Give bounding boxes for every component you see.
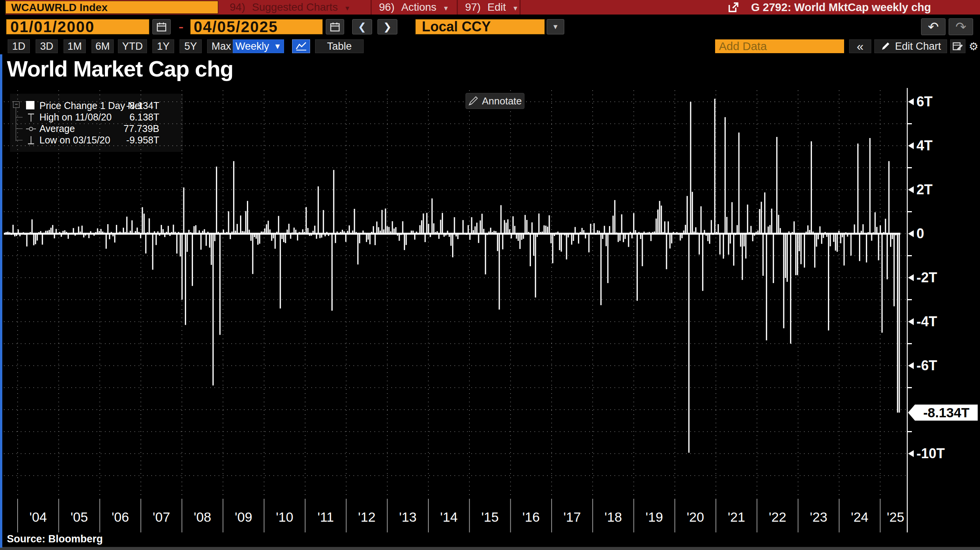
chevron-down-icon: ▾	[444, 4, 448, 12]
window-bottom-edge	[0, 547, 980, 550]
chevron-down-icon: ▾	[345, 4, 349, 12]
range-tab-3d[interactable]: 3D	[36, 39, 58, 53]
svg-text:'12: '12	[358, 509, 376, 524]
date-range-separator: -	[175, 19, 187, 34]
average-marker-icon	[26, 124, 36, 133]
legend-tree-stub	[16, 140, 23, 140]
legend-row[interactable]: High on 11/08/206.138T	[10, 111, 183, 123]
previous-period-button[interactable]: ❮	[352, 19, 372, 34]
page-title: World Market Cap chg	[7, 56, 233, 81]
menu-label: Actions	[401, 1, 436, 13]
legend-value: -8.134T	[126, 100, 159, 111]
svg-text:-8.134T: -8.134T	[923, 405, 970, 420]
range-tab-ytd[interactable]: YTD	[118, 39, 147, 53]
svg-text:-10T: -10T	[916, 446, 945, 461]
bloomberg-chart-window: 6T4T2T0-2T-4T-6T-10T-8.134T'04'05'06'07'…	[0, 0, 980, 550]
range-tab-max[interactable]: Max	[207, 39, 235, 53]
menu-actions[interactable]: 96) Actions ▾	[379, 0, 448, 15]
menu-suggested-charts: 94) Suggested Charts ▾	[230, 0, 349, 15]
svg-text:'23: '23	[810, 509, 828, 524]
legend-value: 6.138T	[129, 112, 159, 123]
next-period-button[interactable]: ❯	[377, 19, 397, 34]
svg-text:'18: '18	[604, 509, 622, 524]
edit-chart-label: Edit Chart	[895, 41, 941, 52]
menu-edit[interactable]: 97) Edit ▾	[465, 0, 517, 15]
undo-button[interactable]: ↶	[921, 18, 946, 35]
legend-row[interactable]: Price Change 1 Day Net-8.134T	[10, 100, 183, 111]
calendar-icon[interactable]	[152, 19, 171, 34]
currency-select[interactable]: Local CCY	[415, 19, 545, 34]
svg-text:4T: 4T	[916, 138, 933, 153]
high-marker-icon	[26, 112, 36, 122]
menu-label: Suggested Charts	[252, 1, 338, 13]
range-tab-1y[interactable]: 1Y	[152, 39, 174, 53]
svg-text:'11: '11	[317, 509, 334, 524]
security-ticker-input[interactable]: WCAUWRLD Index	[5, 1, 218, 14]
periodicity-select[interactable]: Weekly ▼	[233, 39, 284, 53]
panel-edge-highlight	[0, 54, 2, 548]
title-bar: WCAUWRLD Index 94) Suggested Charts ▾ 96…	[0, 0, 980, 15]
svg-text:0: 0	[916, 226, 924, 241]
legend-label: Low on 03/15/20	[39, 135, 110, 146]
range-toolbar: 1D3D1M6MYTD1Y5YMax Weekly ▼ Table « Edit…	[0, 38, 980, 54]
chevron-down-icon: ▾	[513, 4, 517, 12]
swatch-icon	[26, 101, 36, 110]
svg-text:-6T: -6T	[916, 358, 937, 373]
pencil-icon	[468, 96, 478, 106]
chart-doc-title: G 2792: World MktCap weekly chg	[751, 0, 931, 15]
menu-divider	[457, 0, 458, 15]
calendar-icon[interactable]	[326, 19, 344, 34]
legend-tree-stub	[16, 129, 23, 129]
legend-value: 77.739B	[124, 123, 159, 134]
currency-dropdown-icon[interactable]: ▼	[547, 19, 564, 34]
redo-button[interactable]: ↷	[949, 18, 973, 35]
range-tab-1m[interactable]: 1M	[64, 39, 86, 53]
pencil-icon	[880, 41, 890, 51]
range-tab-6m[interactable]: 6M	[91, 39, 114, 53]
menu-number: 97)	[465, 1, 480, 13]
annotate-label: Annotate	[482, 95, 522, 107]
svg-text:6T: 6T	[916, 94, 933, 109]
svg-text:'10: '10	[276, 509, 294, 524]
svg-text:-2T: -2T	[916, 270, 937, 285]
legend-value: -9.958T	[126, 135, 159, 146]
svg-text:'07: '07	[153, 509, 170, 524]
window-corner	[0, 0, 5, 15]
pop-out-icon[interactable]	[728, 2, 739, 13]
table-button[interactable]: Table	[315, 39, 364, 53]
line-chart-icon[interactable]	[292, 39, 310, 53]
annotate-button[interactable]: Annotate	[466, 93, 524, 109]
svg-text:'22: '22	[769, 509, 786, 524]
svg-text:'09: '09	[235, 509, 252, 524]
chart-legend[interactable]: − Price Change 1 Day Net-8.134THigh on 1…	[10, 94, 183, 152]
chart-settings-icon[interactable]	[950, 39, 965, 53]
svg-text:'16: '16	[522, 509, 540, 524]
legend-row[interactable]: Low on 03/15/20-9.958T	[10, 134, 183, 146]
svg-text:'25: '25	[887, 509, 904, 524]
svg-text:'08: '08	[194, 509, 211, 524]
periodicity-label: Weekly	[235, 41, 269, 52]
svg-text:'15: '15	[481, 509, 499, 524]
edit-chart-button[interactable]: Edit Chart	[874, 39, 947, 53]
svg-text:'17: '17	[564, 509, 581, 524]
svg-text:2T: 2T	[916, 182, 933, 197]
add-data-input[interactable]	[715, 39, 844, 53]
low-marker-icon	[26, 135, 36, 145]
chevron-down-icon: ▼	[274, 42, 281, 51]
start-date-input[interactable]: 01/01/2000	[6, 19, 149, 34]
menu-divider	[371, 0, 372, 15]
svg-text:'05: '05	[70, 509, 88, 524]
range-tab-5y[interactable]: 5Y	[180, 39, 202, 53]
svg-text:'21: '21	[728, 509, 745, 524]
legend-row[interactable]: Average77.739B	[10, 123, 183, 134]
chart-canvas[interactable]: 6T4T2T0-2T-4T-6T-10T-8.134T'04'05'06'07'…	[0, 0, 980, 550]
range-tab-1d[interactable]: 1D	[8, 39, 30, 53]
svg-text:'19: '19	[645, 509, 663, 524]
menu-number: 96)	[379, 1, 394, 13]
end-date-input[interactable]: 04/05/2025	[190, 19, 323, 34]
collapse-panel-button[interactable]: «	[849, 39, 871, 53]
gear-icon[interactable]: ⚙	[968, 39, 979, 53]
svg-text:'20: '20	[687, 509, 704, 524]
date-toolbar: 01/01/2000 - 04/05/2025 ❮ ❯ Local CCY ▼ …	[0, 15, 980, 38]
svg-text:'04: '04	[29, 509, 47, 524]
